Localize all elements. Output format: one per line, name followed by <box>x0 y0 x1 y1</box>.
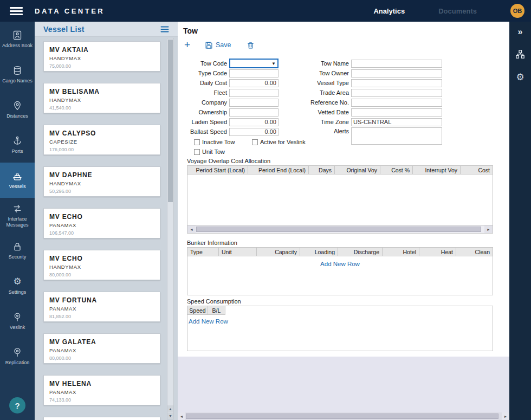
vessel-card[interactable]: MV GALATEA PANAMAX 80,000.00 <box>43 333 160 364</box>
scrollbar-thumb[interactable] <box>186 413 498 419</box>
vessel-type-input[interactable] <box>351 79 442 87</box>
vessel-type: PANAMAX <box>49 389 154 395</box>
sidebar-item-replication[interactable]: Replication <box>0 339 35 374</box>
scroll-left-button[interactable]: ◄ <box>178 412 185 420</box>
vessel-list-scrollbar[interactable]: ▲ ▼ <box>167 38 174 419</box>
tow-owner-label: Tow Owner <box>308 70 351 76</box>
speed-consumption-section: Speed Consumption SpeedB/L Add New Row <box>187 298 493 351</box>
vessel-list-title: Vessel List <box>43 25 85 34</box>
column-header[interactable]: Cost % <box>380 166 413 174</box>
scrollbar-thumb[interactable] <box>168 40 173 202</box>
column-header[interactable]: Days <box>309 166 335 174</box>
toolbar: + Save <box>184 37 509 53</box>
sidebar-item-vessels[interactable]: Vessels <box>0 163 35 198</box>
analytics-panel-icon[interactable] <box>515 49 526 60</box>
fleet-input[interactable] <box>229 89 279 97</box>
vessel-name: MV GALATEA <box>49 338 154 346</box>
vessel-card[interactable]: MV FORTUNA PANAMAX 81,852.00 <box>43 292 160 322</box>
nav-analytics[interactable]: Analytics <box>373 7 405 15</box>
scrollbar-thumb[interactable] <box>196 227 481 232</box>
company-input[interactable] <box>229 99 279 107</box>
list-view-icon[interactable] <box>160 25 169 33</box>
avatar[interactable]: OB <box>510 4 524 18</box>
time-zone-input[interactable] <box>351 118 442 126</box>
vessel-card[interactable]: MV ECHO PANAMAX 106,547.00 <box>43 208 160 238</box>
speed-add-new-row-link[interactable]: Add New Row <box>189 318 493 325</box>
column-header[interactable]: Cost <box>461 166 493 174</box>
column-header[interactable]: Discharge <box>338 248 383 256</box>
voyage-overlap-title: Voyage Overlap Cost Allocation <box>187 158 493 165</box>
daily-cost-input[interactable] <box>229 79 279 87</box>
column-header[interactable]: Period Start (Local) <box>187 166 248 174</box>
voyage-table-hscrollbar[interactable]: ◄ ► <box>187 225 493 234</box>
vessel-card[interactable]: MV DAPHNE HANDYMAX 50,296.00 <box>43 166 160 197</box>
column-header[interactable]: Unit <box>219 248 257 256</box>
delete-button[interactable] <box>247 41 255 49</box>
vessel-card[interactable]: MV AKTAIA HANDYMAX 75,000.00 <box>43 41 160 72</box>
app-title: DATA CENTER <box>35 7 105 15</box>
help-button[interactable]: ? <box>9 397 25 413</box>
column-header[interactable]: Interrupt Voy <box>413 166 461 174</box>
column-header[interactable]: B/L <box>208 306 225 315</box>
main-area: Tow + Save Tow Code ▼ Type Code <box>178 22 509 420</box>
vessel-card[interactable]: MV CALYPSO CAPESIZE 176,000.00 <box>43 125 160 155</box>
collapse-panel-icon[interactable]: » <box>518 27 523 37</box>
tow-code-select[interactable]: ▼ <box>229 59 279 68</box>
laden-speed-input[interactable] <box>229 118 279 126</box>
vessel-type: PANAMAX <box>49 222 154 228</box>
scroll-left-button[interactable]: ◄ <box>187 225 196 233</box>
tow-name-input[interactable] <box>351 60 442 68</box>
column-header[interactable]: Original Voy <box>335 166 380 174</box>
bunker-add-new-row-link[interactable]: Add New Row <box>320 261 360 267</box>
save-button[interactable]: Save <box>205 41 231 49</box>
sidebar-item-distances[interactable]: Distances <box>0 92 35 127</box>
scroll-down-button[interactable]: ▼ <box>167 412 173 419</box>
sidebar-item-interface-messages[interactable]: Interface Messages <box>0 198 35 233</box>
distances-icon <box>12 100 23 111</box>
time-zone-label: Time Zone <box>308 119 351 125</box>
sidebar-item-address-book[interactable]: Address Book <box>0 22 35 57</box>
sidebar-item-security[interactable]: Security <box>0 233 35 268</box>
scroll-up-button[interactable]: ▲ <box>167 405 173 412</box>
main-hscrollbar[interactable]: ◄ ► <box>178 412 509 420</box>
ownership-input[interactable] <box>229 108 279 117</box>
right-sidebar: » ⚙ <box>509 22 531 420</box>
column-header[interactable]: Type <box>187 248 219 256</box>
column-header[interactable]: Hotel <box>383 248 419 256</box>
scroll-right-button[interactable]: ► <box>484 225 493 233</box>
sidebar-item-veslink[interactable]: Veslink <box>0 303 35 339</box>
column-header[interactable]: Heat <box>419 248 456 256</box>
type-code-input[interactable] <box>229 69 279 77</box>
column-header[interactable]: Period End (Local) <box>248 166 309 174</box>
voyage-table-body[interactable] <box>187 175 493 225</box>
column-header[interactable]: Speed <box>187 306 208 315</box>
vessel-card[interactable] <box>43 417 160 420</box>
column-header[interactable]: Clean <box>456 248 493 256</box>
vessel-card[interactable]: MV BELISAMA HANDYMAX 41,540.00 <box>43 83 160 113</box>
type-code-label: Type Code <box>183 70 229 76</box>
vessel-list: MV AKTAIA HANDYMAX 75,000.00 MV BELISAMA… <box>35 37 178 420</box>
vessel-card[interactable]: MV ECHO HANDYMAX 80,000.00 <box>43 250 160 280</box>
lock-icon <box>12 241 23 252</box>
reference-no-input[interactable] <box>351 99 442 107</box>
column-header[interactable]: Loading <box>300 248 338 256</box>
scroll-right-button[interactable]: ► <box>502 412 509 420</box>
vetted-date-input[interactable] <box>351 108 442 117</box>
alerts-input[interactable] <box>351 127 442 145</box>
column-header[interactable]: Capacity <box>257 248 300 256</box>
menu-icon[interactable] <box>10 7 23 15</box>
vessel-card[interactable]: MV HELENA PANAMAX 74,133.00 <box>43 375 160 405</box>
sidebar-item-settings[interactable]: ⚙ Settings <box>0 268 35 303</box>
nav-documents[interactable]: Documents <box>438 7 477 15</box>
inactive-tow-checkbox[interactable] <box>194 139 200 145</box>
bunker-information-section: Bunker Information TypeUnitCapacityLoadi… <box>187 240 493 295</box>
settings-panel-icon[interactable]: ⚙ <box>516 72 524 83</box>
ballast-speed-input[interactable] <box>229 128 279 136</box>
unit-tow-checkbox[interactable] <box>194 149 200 155</box>
add-button[interactable]: + <box>184 40 193 50</box>
trade-area-input[interactable] <box>351 89 442 97</box>
sidebar-item-cargo-names[interactable]: Cargo Names <box>0 57 35 92</box>
sidebar-item-ports[interactable]: Ports <box>0 127 35 163</box>
active-for-veslink-checkbox[interactable] <box>252 139 258 145</box>
tow-owner-input[interactable] <box>351 69 442 77</box>
